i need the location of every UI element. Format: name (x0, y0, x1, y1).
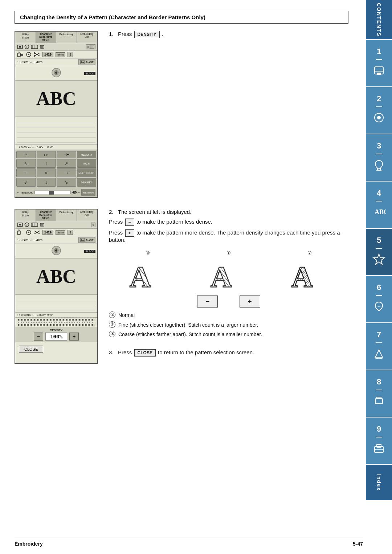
lcd2-tab-embroidery[interactable]: Embroidery (56, 209, 77, 221)
svg-point-63 (55, 249, 57, 252)
lcd2-icon3 (31, 222, 38, 227)
lcd1-tab-edit[interactable]: EmbroideryEdit (77, 32, 98, 43)
lcd1-tension-bar (34, 191, 70, 194)
density-diagram-plus[interactable]: + (240, 296, 260, 307)
step3-press-text: Press (118, 349, 132, 355)
lcd1-btn-memory[interactable]: MEMORY (77, 151, 97, 158)
lcd2-close-btn[interactable]: CLOSE (19, 346, 43, 353)
step2-plus-text: Press (109, 229, 123, 236)
lcd1-size-text: ↕ 3.2cm ↔ 8.4cm (17, 60, 42, 64)
note3-text: Coarse (stitches farther apart). Stitch … (118, 330, 262, 338)
lcd1-btn-left[interactable]: ← (16, 168, 36, 177)
lcd2-tab-utility[interactable]: UtilityStitch (15, 209, 36, 221)
lcd1-btn-center[interactable]: ⊕ (37, 168, 56, 177)
svg-rect-59 (80, 238, 85, 242)
svg-rect-10 (375, 399, 383, 404)
density-fine-label: ② (307, 250, 312, 256)
step2-plus-btn[interactable]: + (125, 229, 134, 237)
lcd1-image-btn[interactable]: IMAGE (78, 59, 95, 65)
ch4-icon: ABC (372, 205, 386, 219)
density-fine-group: ② A A (290, 250, 330, 290)
lcd1-tab-embroidery[interactable]: Embroidery (56, 32, 77, 43)
lcd2-preview-area: BLACK (15, 244, 97, 258)
ch2-icon (372, 110, 386, 125)
ch6-icon (372, 299, 386, 314)
lcd1-btn-size[interactable]: SIZE (77, 159, 97, 168)
svg-rect-38 (80, 60, 85, 64)
lcd2-stitch-count: 0 (91, 223, 95, 227)
lcd2-abc-text: ABC (36, 266, 76, 287)
lcd1-btn-density[interactable]: DENSITY (77, 178, 97, 187)
svg-rect-18 (31, 45, 38, 49)
lcd1-btn-mirror-v[interactable]: ↗ (57, 159, 76, 168)
tab-contents[interactable]: CONTENTS (366, 0, 392, 40)
lcd2-density-label: DENSITY (17, 329, 96, 332)
step1-content: 1. Press DENSITY . (109, 31, 348, 198)
lcd1-tabs: UtilityStitch CharacterDecorativeStitch … (15, 32, 97, 43)
tab-ch3[interactable]: 3 — (366, 134, 392, 182)
lcd1-btn-multicolor[interactable]: MULTI COLOR (77, 168, 97, 177)
note3-circle: ③ (109, 331, 115, 337)
svg-text:?: ? (26, 223, 28, 227)
tab-ch5[interactable]: 5 — (366, 229, 392, 276)
lcd2-tabs: UtilityStitch CharacterDecorativeStitch … (15, 209, 97, 221)
tab-ch1[interactable]: 1 — (366, 40, 392, 87)
tab-ch8[interactable]: 8 — (366, 370, 392, 417)
svg-point-56 (28, 232, 29, 233)
lcd1-btn-right[interactable]: → (57, 168, 76, 177)
lcd2-stitch-line2 (18, 322, 94, 323)
lcd2-stitch-line3 (18, 324, 94, 326)
tab-index[interactable]: Index (366, 465, 392, 501)
lcd1-btn-x[interactable]: ✕ (16, 151, 36, 158)
lcd2-stitch-line1 (18, 319, 94, 321)
lcd2-minus-btn[interactable]: − (34, 333, 43, 341)
lcd1-line1 (17, 118, 95, 122)
lcd1-btn-dl[interactable]: ↙ (16, 178, 36, 187)
step1-density-btn[interactable]: DENSITY (134, 31, 160, 38)
tab-ch2[interactable]: 2 — (366, 87, 392, 134)
lcd1-tab-utility[interactable]: UtilityStitch (15, 32, 36, 43)
footer-left: Embroidery (15, 541, 43, 547)
step2-item: 2. The screen at left is displayed. Pres… (109, 209, 348, 338)
svg-rect-21 (40, 45, 44, 48)
lcd2-tab-character[interactable]: CharacterDecorativeStitch (36, 209, 57, 221)
step2-minus-btn[interactable]: − (125, 219, 134, 226)
lcd1-tab-character[interactable]: CharacterDecorativeStitch (36, 32, 57, 43)
svg-rect-15 (19, 46, 21, 48)
lcd1-btn-up[interactable]: ↑ (37, 159, 56, 168)
lcd1-plus-btn[interactable]: + (78, 191, 80, 194)
tab-ch7[interactable]: 7 — (366, 323, 392, 370)
svg-point-33 (28, 54, 29, 55)
lcd1-icons-row: 1429 5min 1 (15, 51, 97, 58)
lcd1-btn-valign[interactable]: ↕-/+ (37, 151, 56, 158)
lcd1-abc-area: ABC (15, 81, 97, 117)
lcd1-minus-btn[interactable]: − (17, 191, 19, 194)
density-letters-row: ③ A A (109, 250, 348, 290)
lcd1-btn-dr[interactable]: ↘ (57, 178, 76, 187)
lcd2-position-control (50, 245, 62, 256)
lcd2-image-btn[interactable]: IMAGE (78, 237, 95, 243)
tab-ch4[interactable]: 4 — ABC (366, 182, 392, 229)
lcd1-btn-mirror-h[interactable]: ↖ (16, 159, 36, 168)
svg-point-42 (55, 72, 57, 74)
lcd1-return-btn[interactable]: RETURN (81, 189, 95, 196)
lcd1-abc-text: ABC (36, 88, 76, 109)
step3-item: 3. Press CLOSE to return to the pattern … (109, 349, 348, 357)
ch1-icon (372, 63, 386, 78)
tab-ch9[interactable]: 9 — (366, 417, 392, 465)
lcd2-size-row: ↕ 3.2cm ↔ 8.4cm IMAGE (15, 236, 97, 244)
tab-ch6[interactable]: 6 — (366, 276, 392, 323)
lcd2-plus-btn[interactable]: + (69, 333, 79, 341)
step3-close-btn[interactable]: CLOSE (134, 349, 156, 357)
lcd2-tab-edit[interactable]: EmbroideryEdit (77, 209, 98, 221)
lcd1-speed: 5min (56, 52, 65, 57)
step2-minus-after: to make the pattern less dense. (136, 219, 212, 225)
lcd1-btn-align[interactable]: ⊣⊢ (57, 151, 76, 158)
lcd1-btn-down[interactable]: ↓ (37, 178, 56, 187)
svg-text:A: A (130, 260, 151, 290)
density-diagram-minus[interactable]: − (197, 296, 218, 307)
lcd2-icon4 (40, 222, 45, 227)
lcd1-tension-marker (49, 191, 54, 195)
lcd2-line2 (17, 301, 95, 305)
step2-row: UtilityStitch CharacterDecorativeStitch … (15, 209, 348, 364)
